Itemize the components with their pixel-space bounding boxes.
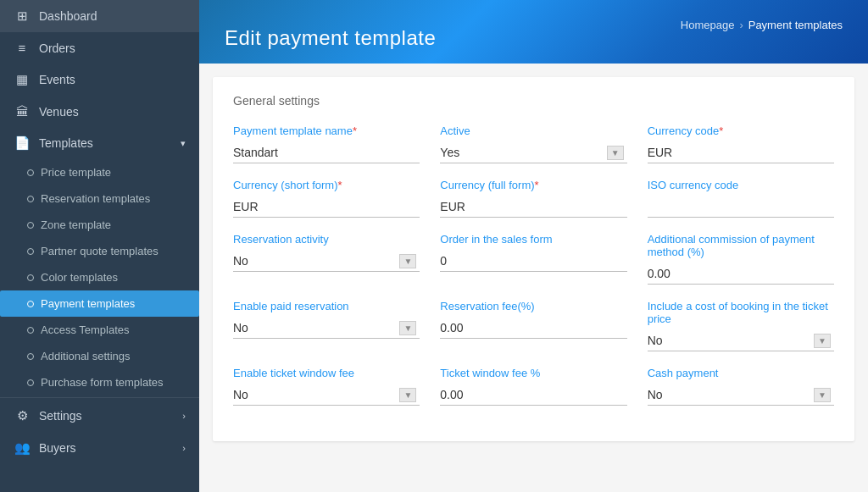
include-cost-select-wrapper: No Yes ▼ xyxy=(648,330,834,351)
venues-icon: 🏛 xyxy=(14,104,31,119)
sidebar-item-access-templates[interactable]: Access Templates xyxy=(0,317,199,343)
enable-ticket-window-select[interactable]: No Yes xyxy=(233,384,420,405)
currency-short-label: Currency (short form)* xyxy=(233,179,420,191)
dot-icon xyxy=(27,169,34,176)
dot-icon xyxy=(27,196,34,202)
sidebar-item-label: Settings xyxy=(39,409,82,423)
dot-icon xyxy=(27,379,34,386)
breadcrumb-separator: › xyxy=(739,19,743,31)
sidebar-item-label: Venues xyxy=(39,105,79,119)
orders-icon: ≡ xyxy=(14,41,31,55)
ticket-window-fee-label: Ticket window fee % xyxy=(440,367,626,379)
sidebar-item-label: Dashboard xyxy=(39,9,97,23)
sidebar-item-price-template[interactable]: Price template xyxy=(0,159,199,185)
payment-template-name-input[interactable] xyxy=(233,142,420,163)
dot-icon xyxy=(27,353,34,360)
sidebar-item-templates[interactable]: 📄 Templates ▾ xyxy=(0,127,199,159)
sidebar-item-buyers[interactable]: 👥 Buyers › xyxy=(0,432,199,464)
sidebar-sub-label: Color templates xyxy=(41,271,118,284)
iso-currency-group: ISO currency code xyxy=(648,179,834,218)
iso-currency-label: ISO currency code xyxy=(648,179,834,191)
sidebar-sub-label: Partner quote templates xyxy=(41,245,159,257)
sidebar-sub-label: Zone template xyxy=(41,218,111,231)
required-marker: * xyxy=(719,124,723,137)
cash-payment-label: Cash payment xyxy=(648,367,834,379)
currency-short-input[interactable] xyxy=(233,196,420,218)
reservation-activity-select-wrapper: No Yes ▼ xyxy=(233,251,420,272)
sidebar-item-label: Orders xyxy=(39,41,75,55)
include-cost-label: Include a cost of booking in the ticket … xyxy=(648,300,834,325)
sidebar-item-label: Templates xyxy=(39,136,93,150)
iso-currency-input[interactable] xyxy=(648,196,834,218)
dot-icon xyxy=(27,301,34,307)
reservation-activity-label: Reservation activity xyxy=(233,233,420,246)
sidebar-item-payment-templates[interactable]: Payment templates xyxy=(0,290,199,317)
enable-paid-label: Enable paid reservation xyxy=(233,300,420,312)
ticket-window-fee-input[interactable] xyxy=(440,384,626,406)
additional-commission-label: Additional commission of payment method … xyxy=(648,233,834,258)
sidebar-item-orders[interactable]: ≡ Orders xyxy=(0,32,199,64)
currency-code-group: Currency code* xyxy=(648,124,834,163)
currency-full-input[interactable] xyxy=(440,196,626,218)
sidebar-item-zone-template[interactable]: Zone template xyxy=(0,212,199,238)
include-cost-select[interactable]: No Yes xyxy=(648,330,834,351)
active-select[interactable]: Yes No xyxy=(440,142,626,163)
additional-commission-group: Additional commission of payment method … xyxy=(648,233,834,285)
reservation-activity-select[interactable]: No Yes xyxy=(233,251,420,271)
reservation-fee-label: Reservation fee(%) xyxy=(440,300,626,312)
sidebar-item-purchase-form-templates[interactable]: Purchase form templates xyxy=(0,369,199,395)
dot-icon xyxy=(27,274,34,281)
additional-commission-input[interactable] xyxy=(648,263,834,285)
chevron-right-icon: › xyxy=(182,443,186,453)
templates-icon: 📄 xyxy=(14,135,31,151)
sidebar-item-events[interactable]: ▦ Events xyxy=(0,64,199,96)
main-content: Edit payment template Homepage › Payment… xyxy=(199,0,868,492)
sidebar-item-settings[interactable]: ⚙ Settings › xyxy=(0,400,199,432)
dashboard-icon: ⊞ xyxy=(14,8,31,24)
required-marker: * xyxy=(338,179,342,191)
required-marker: * xyxy=(535,179,539,191)
sidebar: ⊞ Dashboard ≡ Orders ▦ Events 🏛 Venues 📄… xyxy=(0,0,199,492)
section-title: General settings xyxy=(233,94,834,108)
payment-template-name-group: Payment template name* xyxy=(233,124,420,163)
dot-icon xyxy=(27,327,34,334)
active-label: Active xyxy=(440,124,626,137)
currency-short-group: Currency (short form)* xyxy=(233,179,420,218)
enable-ticket-window-group: Enable ticket window fee No Yes ▼ xyxy=(233,367,420,406)
sidebar-item-venues[interactable]: 🏛 Venues xyxy=(0,96,199,127)
enable-paid-select[interactable]: No Yes xyxy=(233,318,420,338)
settings-icon: ⚙ xyxy=(14,408,31,423)
sidebar-item-partner-quote-templates[interactable]: Partner quote templates xyxy=(0,238,199,264)
dot-icon xyxy=(27,222,34,229)
chevron-right-icon: › xyxy=(182,411,186,421)
reservation-fee-group: Reservation fee(%) xyxy=(440,300,626,351)
sidebar-sub-label: Purchase form templates xyxy=(41,376,164,389)
buyers-icon: 👥 xyxy=(14,440,31,456)
order-sales-label: Order in the sales form xyxy=(440,233,626,246)
enable-ticket-window-select-wrapper: No Yes ▼ xyxy=(233,384,420,406)
sidebar-item-dashboard[interactable]: ⊞ Dashboard xyxy=(0,0,199,32)
reservation-fee-input[interactable] xyxy=(440,318,626,339)
sidebar-item-color-templates[interactable]: Color templates xyxy=(0,264,199,290)
currency-full-label: Currency (full form)* xyxy=(440,179,626,191)
enable-paid-select-wrapper: No Yes ▼ xyxy=(233,318,420,339)
sidebar-sub-label: Additional settings xyxy=(41,350,131,362)
breadcrumb-home[interactable]: Homepage xyxy=(681,19,735,31)
divider xyxy=(0,397,199,398)
order-sales-input[interactable] xyxy=(440,251,626,272)
enable-paid-group: Enable paid reservation No Yes ▼ xyxy=(233,300,420,351)
include-cost-group: Include a cost of booking in the ticket … xyxy=(648,300,834,351)
sidebar-item-reservation-templates[interactable]: Reservation templates xyxy=(0,185,199,212)
breadcrumb: Homepage › Payment templates xyxy=(681,15,843,31)
cash-payment-select-wrapper: No Yes ▼ xyxy=(648,384,834,406)
active-select-wrapper: Yes No ▼ xyxy=(440,142,626,163)
sidebar-sub-label: Access Templates xyxy=(41,323,130,336)
sidebar-sub-label: Reservation templates xyxy=(41,192,150,205)
sidebar-item-additional-settings[interactable]: Additional settings xyxy=(0,343,199,369)
content-area: General settings Payment template name* … xyxy=(199,64,868,492)
cash-payment-select[interactable]: No Yes xyxy=(648,384,834,405)
currency-code-input[interactable] xyxy=(648,142,834,163)
active-group: Active Yes No ▼ xyxy=(440,124,626,163)
required-marker: * xyxy=(353,124,357,137)
currency-code-label: Currency code* xyxy=(648,124,834,137)
